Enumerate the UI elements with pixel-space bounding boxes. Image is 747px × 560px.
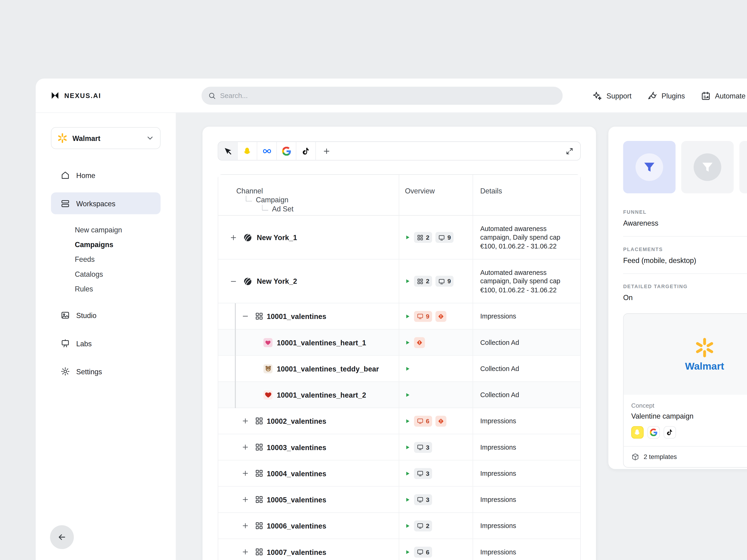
sidebar-item-rules[interactable]: Rules xyxy=(75,282,176,296)
plugins-button[interactable]: Plugins xyxy=(647,91,685,101)
sidebar-item-campaigns[interactable]: Campaigns xyxy=(75,237,176,252)
tab-meta[interactable] xyxy=(257,142,277,160)
screen-icon xyxy=(417,523,424,529)
screen-icon xyxy=(417,549,424,555)
ad-name: 10001_valentines_teddy_bear xyxy=(277,365,379,373)
expand-toggle[interactable] xyxy=(241,548,249,556)
expand-toggle[interactable] xyxy=(241,470,249,477)
table-row-ad[interactable]: 10001_valentines_heart_2 Collection Ad xyxy=(218,382,580,408)
sidebar-item-settings[interactable]: Settings xyxy=(51,361,160,382)
ad-count-pill: 3 xyxy=(414,494,432,505)
templates-row[interactable]: 2 templates xyxy=(623,446,747,467)
plus-icon xyxy=(241,548,249,556)
table-row-adset[interactable]: 10006_valentines 2 Impressions xyxy=(218,513,580,539)
campaign-name: New York_1 xyxy=(257,233,297,241)
support-button[interactable]: Support xyxy=(592,91,632,101)
adset-grid-icon xyxy=(255,443,263,452)
home-icon xyxy=(60,170,70,180)
sidebar-item-labs[interactable]: Labs xyxy=(51,332,160,354)
collapse-toggle[interactable] xyxy=(230,277,237,285)
sidebar-item-feeds[interactable]: Feeds xyxy=(75,252,176,267)
search-input[interactable] xyxy=(220,92,556,100)
tab-all-channels[interactable] xyxy=(218,142,238,160)
plus-icon xyxy=(241,470,249,477)
concept-channels xyxy=(631,426,747,439)
row-details: Collection Ad xyxy=(480,390,519,399)
ad-thumbnail-heart xyxy=(263,338,273,347)
funnel-thumbnail[interactable] xyxy=(739,141,747,193)
sidebar-item-catalogs[interactable]: Catalogs xyxy=(75,267,176,282)
expand-toggle[interactable] xyxy=(230,234,237,241)
automate-label: Automate xyxy=(715,92,746,100)
collapse-toggle[interactable] xyxy=(241,313,249,320)
grid-icon xyxy=(417,278,424,285)
sidebar-item-home[interactable]: Home xyxy=(51,164,160,186)
table-row-ad[interactable]: 10001_valentines_teddy_bear Collection A… xyxy=(218,355,580,382)
funnel-thumbnail-selected[interactable] xyxy=(623,141,675,193)
sidebar-item-workspaces[interactable]: Workspaces xyxy=(51,192,160,214)
brand-name: NEXUS.AI xyxy=(65,92,101,99)
adset-name: 10004_valentines xyxy=(267,469,326,477)
campaign-table: Channel Campaign Ad Set Overview Details xyxy=(218,174,581,560)
walmart-spark-icon xyxy=(57,133,68,143)
funnel-thumbnails xyxy=(623,141,747,193)
funnel-icon xyxy=(700,160,715,174)
table-row-adset[interactable]: 10004_valentines 3 Impressions xyxy=(218,460,580,486)
templates-count: 2 templates xyxy=(644,453,677,461)
expand-table-button[interactable] xyxy=(558,142,580,160)
campaign-globe-icon xyxy=(243,233,253,242)
expand-toggle[interactable] xyxy=(241,522,249,530)
table-row-adset[interactable]: 10003_valentines 3 Impressions xyxy=(218,434,580,460)
walmart-spark-icon xyxy=(694,337,715,358)
table-row-adset[interactable]: 10005_valentines 3 Impressions xyxy=(218,487,580,513)
placements-value: Feed (mobile, desktop) xyxy=(623,256,747,264)
expand-toggle[interactable] xyxy=(241,417,249,425)
workspace-selector[interactable]: Walmart xyxy=(51,127,160,149)
tab-tiktok[interactable] xyxy=(296,142,316,160)
expand-toggle[interactable] xyxy=(241,443,249,451)
warning-diamond-icon xyxy=(437,418,445,425)
snapchat-icon xyxy=(634,429,641,436)
table-row-adset[interactable]: 10002_valentines 6 Impressions xyxy=(218,408,580,434)
minus-icon xyxy=(241,313,249,320)
table-row-campaign[interactable]: New York_2 2 9 Automated awareness campa… xyxy=(218,260,580,303)
sidebar-item-studio[interactable]: Studio xyxy=(51,304,160,326)
box-icon xyxy=(631,453,639,461)
play-status-icon xyxy=(405,549,411,555)
table-row-adset[interactable]: 10001_valentines 9 Impressions xyxy=(218,303,580,329)
table-row-adset[interactable]: 10007_valentines 6 Impressions xyxy=(218,539,580,560)
sidebar-item-new-campaign[interactable]: New campaign xyxy=(75,222,176,237)
plus-icon xyxy=(230,234,237,241)
tree-elbow xyxy=(246,196,252,202)
expand-toggle[interactable] xyxy=(241,496,249,503)
search-bar[interactable] xyxy=(202,86,563,105)
main-area: Channel Campaign Ad Set Overview Details xyxy=(176,113,747,560)
tab-google[interactable] xyxy=(277,142,297,160)
automate-button[interactable]: Automate xyxy=(701,91,746,101)
back-button[interactable] xyxy=(50,525,74,549)
grid-icon xyxy=(417,234,424,241)
tab-snapchat[interactable] xyxy=(238,142,257,160)
table-row-ad[interactable]: 10001_valentines_heart_1 Collection Ad xyxy=(218,329,580,355)
support-label: Support xyxy=(607,92,632,100)
ad-name: 10001_valentines_heart_2 xyxy=(277,391,366,399)
channel-tabs xyxy=(218,141,581,161)
column-details: Details xyxy=(472,175,580,215)
row-details: Impressions xyxy=(480,417,516,425)
add-channel-button[interactable] xyxy=(316,142,337,160)
row-details: Impressions xyxy=(480,495,516,504)
adset-grid-icon xyxy=(255,469,263,478)
chevron-down-icon xyxy=(146,134,154,142)
plugins-label: Plugins xyxy=(662,92,685,100)
concept-card[interactable]: Walmart Concept Valentine campaign xyxy=(623,313,747,468)
row-details: Collection Ad xyxy=(480,364,519,373)
adset-grid-icon xyxy=(255,417,263,425)
table-row-campaign[interactable]: New York_1 2 9 Automated awareness campa… xyxy=(218,216,580,260)
google-chip xyxy=(647,426,660,439)
pointer-icon xyxy=(223,146,232,156)
tiktok-icon xyxy=(301,146,310,156)
snapchat-icon xyxy=(243,146,252,156)
divider xyxy=(623,273,747,274)
funnel-thumbnail[interactable] xyxy=(681,141,733,193)
adset-count-pill: 2 xyxy=(414,232,432,243)
